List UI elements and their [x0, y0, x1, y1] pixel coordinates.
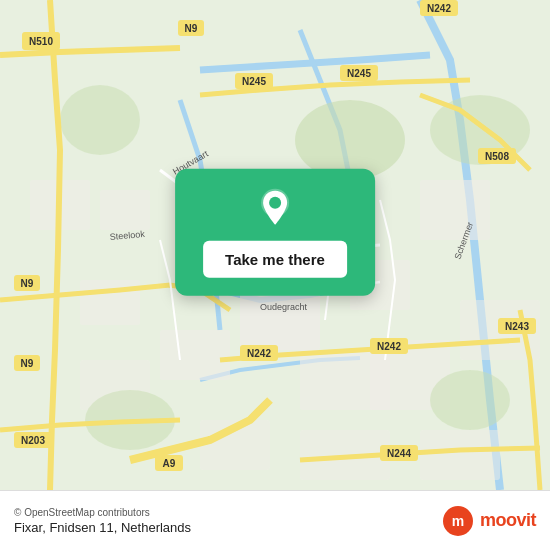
- svg-text:N203: N203: [21, 435, 45, 446]
- svg-text:N242: N242: [377, 341, 401, 352]
- svg-rect-15: [420, 430, 500, 480]
- footer-left: © OpenStreetMap contributors Fixar, Fnid…: [14, 507, 191, 535]
- location-text: Fixar, Fnidsen 11, Netherlands: [14, 520, 191, 535]
- svg-text:N242: N242: [427, 3, 451, 14]
- map-pin-icon: [253, 187, 297, 231]
- svg-text:N9: N9: [21, 358, 34, 369]
- footer-bar: © OpenStreetMap contributors Fixar, Fnid…: [0, 490, 550, 550]
- svg-text:N245: N245: [242, 76, 266, 87]
- svg-text:N245: N245: [347, 68, 371, 79]
- popup-card: Take me there: [175, 169, 375, 296]
- svg-text:m: m: [452, 513, 464, 529]
- svg-text:N9: N9: [21, 278, 34, 289]
- map-container: N510 N9 N245 N245 N242 N508 N9 N9 N242: [0, 0, 550, 490]
- svg-rect-11: [100, 190, 150, 230]
- svg-point-54: [269, 197, 281, 209]
- svg-text:N244: N244: [387, 448, 411, 459]
- svg-rect-4: [160, 330, 230, 380]
- svg-point-17: [60, 85, 140, 155]
- svg-text:N9: N9: [185, 23, 198, 34]
- svg-rect-2: [240, 290, 320, 350]
- app-container: N510 N9 N245 N245 N242 N508 N9 N9 N242: [0, 0, 550, 550]
- copyright-text: © OpenStreetMap contributors: [14, 507, 191, 518]
- svg-text:A9: A9: [163, 458, 176, 469]
- svg-text:N510: N510: [29, 36, 53, 47]
- svg-text:Oudegracht: Oudegracht: [260, 302, 308, 312]
- svg-rect-9: [420, 180, 490, 240]
- take-me-there-button[interactable]: Take me there: [203, 241, 347, 278]
- svg-text:N242: N242: [247, 348, 271, 359]
- moovit-brand-icon: m: [442, 505, 474, 537]
- svg-text:N243: N243: [505, 321, 529, 332]
- moovit-brand-name: moovit: [480, 510, 536, 531]
- svg-point-20: [430, 370, 510, 430]
- moovit-logo: m moovit: [442, 505, 536, 537]
- svg-text:N508: N508: [485, 151, 509, 162]
